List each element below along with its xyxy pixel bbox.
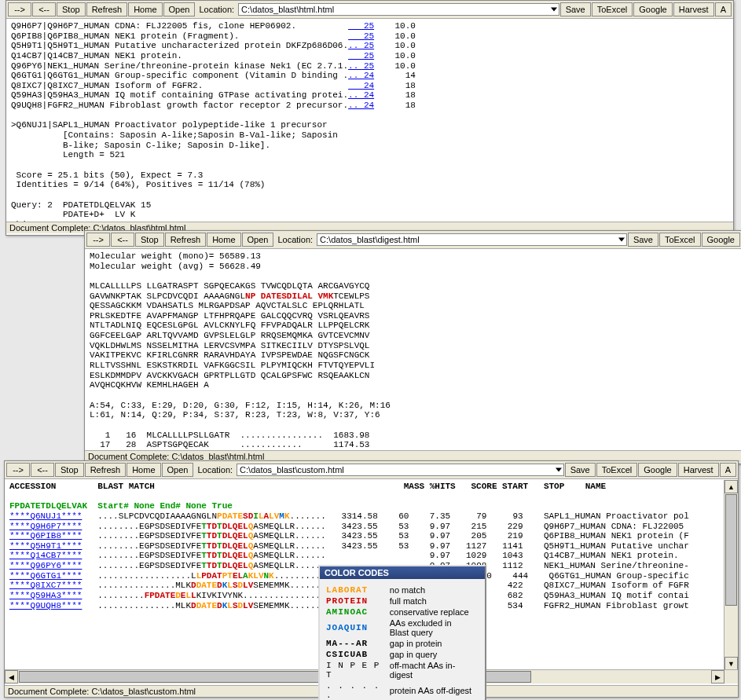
- save-button[interactable]: Save: [560, 2, 591, 16]
- save-button[interactable]: Save: [628, 233, 658, 247]
- legend-row: LABORATno match: [326, 585, 479, 595]
- score-link[interactable]: .. 25: [348, 61, 374, 71]
- toolbar-1: --> <-- Stop Refresh Home Open Location:…: [6, 1, 733, 19]
- harvest-button[interactable]: Harvest: [673, 2, 714, 16]
- accession-link[interactable]: ****Q9H6P7****: [9, 522, 82, 531]
- next-button[interactable]: -->: [6, 463, 30, 477]
- score-link[interactable]: .. 24: [348, 101, 374, 110]
- score-link[interactable]: .. 24: [348, 90, 374, 100]
- refresh-button[interactable]: Refresh: [86, 2, 128, 16]
- google-button[interactable]: Google: [638, 463, 677, 477]
- accession-link[interactable]: ****Q5H9T1****: [9, 541, 82, 551]
- home-button[interactable]: Home: [207, 233, 240, 247]
- toolbar-2: --> <-- Stop Refresh Home Open Location:…: [85, 231, 741, 249]
- accession-link[interactable]: ****Q96PY6****: [9, 561, 82, 570]
- toexcel-button[interactable]: ToExcel: [659, 233, 701, 247]
- accession-link[interactable]: ****Q59HA3****: [9, 591, 82, 600]
- accession-link[interactable]: ****Q14CB7****: [9, 551, 82, 560]
- toexcel-button[interactable]: ToExcel: [596, 463, 638, 477]
- legend-row: JOAQUINAAs excluded in Blast query: [326, 618, 479, 637]
- back-button[interactable]: <--: [111, 233, 134, 247]
- score-link[interactable]: .. 25: [348, 41, 374, 50]
- next-button[interactable]: -->: [8, 2, 31, 16]
- content-1: Q9H6P7|Q9H6P7_HUMAN CDNA: FLJ22005 fis, …: [6, 19, 733, 222]
- legend-row: I N P E P Toff-macht AAs in-digest: [326, 661, 479, 680]
- back-button[interactable]: <--: [31, 463, 54, 477]
- accession-link[interactable]: ****Q9UQH8****: [9, 601, 82, 610]
- color-codes-popup: COLOR CODES LABORATno matchPROTEINfull m…: [318, 565, 486, 700]
- a-button[interactable]: A: [715, 2, 732, 16]
- score-link[interactable]: 25: [348, 51, 374, 60]
- harvest-button[interactable]: Harvest: [678, 463, 719, 477]
- legend-row: CSICUABgap in query: [326, 650, 479, 659]
- scroll-left-icon[interactable]: ◀: [5, 670, 18, 684]
- home-button[interactable]: Home: [128, 2, 162, 16]
- open-button[interactable]: Open: [163, 2, 196, 16]
- stop-button[interactable]: Stop: [55, 463, 84, 477]
- open-button[interactable]: Open: [242, 233, 274, 247]
- a-button[interactable]: A: [720, 463, 736, 477]
- score-link[interactable]: 25: [348, 21, 374, 31]
- scroll-right-icon[interactable]: ▶: [711, 670, 724, 684]
- location-input[interactable]: [317, 233, 627, 246]
- next-button[interactable]: -->: [86, 233, 110, 247]
- popup-title: COLOR CODES: [320, 566, 485, 579]
- scroll-up-icon[interactable]: ▲: [724, 480, 738, 493]
- location-input[interactable]: [237, 464, 564, 476]
- toolbar-3: --> <-- Stop Refresh Home Open Location:…: [5, 461, 738, 479]
- score-link[interactable]: 25: [348, 31, 374, 41]
- home-button[interactable]: Home: [127, 463, 160, 477]
- location-label: Location:: [194, 465, 236, 475]
- legend-row: PROTEINfull match: [326, 596, 479, 606]
- accession-link[interactable]: ****Q8IXC7****: [9, 581, 82, 590]
- scrollbar-vertical[interactable]: ▲ ▼: [724, 480, 738, 670]
- open-button[interactable]: Open: [162, 463, 194, 477]
- google-button[interactable]: Google: [702, 233, 740, 247]
- legend-row: AMINOACconservative replace: [326, 607, 479, 617]
- refresh-button[interactable]: Refresh: [85, 463, 127, 477]
- back-button[interactable]: <--: [32, 2, 56, 16]
- score-link[interactable]: 24: [348, 81, 374, 90]
- save-button[interactable]: Save: [565, 463, 596, 477]
- popup-table: LABORATno matchPROTEINfull matchAMINOACc…: [325, 584, 480, 700]
- legend-row: MA---ARgap in protein: [326, 639, 479, 648]
- google-button[interactable]: Google: [633, 2, 672, 16]
- score-link[interactable]: .. 24: [348, 71, 374, 80]
- content-2: Molecular weight (mono)= 56589.13 Molecu…: [85, 249, 741, 450]
- legend-row: . . . . . .protein AAs off-digest: [326, 681, 479, 700]
- location-label: Location:: [274, 235, 316, 244]
- accession-link[interactable]: ****Q6NUJ1****: [9, 511, 82, 521]
- toexcel-button[interactable]: ToExcel: [592, 2, 633, 16]
- stop-button[interactable]: Stop: [57, 2, 86, 16]
- location-input[interactable]: [238, 3, 559, 16]
- scroll-down-icon[interactable]: ▼: [724, 657, 738, 670]
- accession-link[interactable]: ****Q6PIB8****: [9, 531, 82, 541]
- stop-button[interactable]: Stop: [135, 233, 164, 247]
- refresh-button[interactable]: Refresh: [165, 233, 207, 247]
- location-label: Location:: [196, 5, 237, 14]
- accession-link[interactable]: ****Q6GTG1****: [9, 571, 82, 581]
